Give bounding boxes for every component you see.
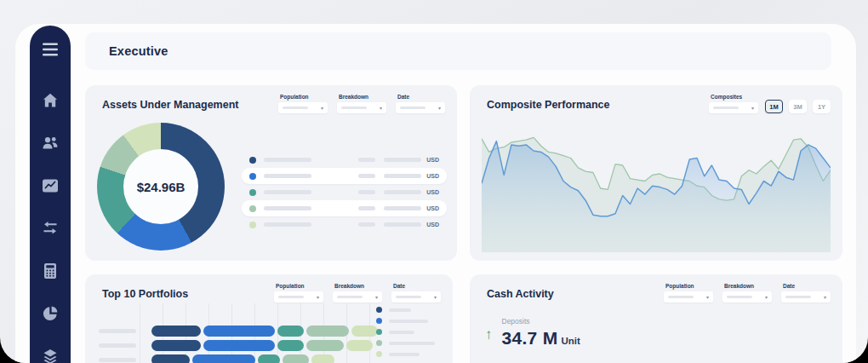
filter-population: Population▾ [278,94,328,113]
legend-row[interactable] [376,307,435,313]
filter-label-date: Date [397,94,445,100]
legend-dot [249,173,256,180]
legend-row[interactable] [376,318,435,324]
line-chart-svg [482,123,831,252]
placeholder-value [358,190,375,194]
bar-segment [306,340,344,351]
bar-segment [283,354,309,363]
filter-label-population: Population [276,283,323,289]
legend-dot [249,189,256,196]
bar-segment [346,340,373,351]
sidebar-item-home[interactable] [42,92,59,109]
range-button-3m[interactable]: 3M [789,100,807,113]
filter-select-breakdown[interactable]: ▾ [337,102,386,113]
bar-segment [203,326,275,337]
placeholder-label [389,320,428,323]
bar-segment [151,354,190,363]
placeholder-label [389,308,411,312]
placeholder-row-label [99,329,136,333]
chart-icon [42,177,59,194]
filter-date: Date▾ [781,283,831,302]
range-button-1y[interactable]: 1Y [813,100,831,113]
filter-label-population: Population [280,94,328,100]
legend-dot [376,318,382,324]
sidebar-item-calculator[interactable] [42,262,59,279]
legend-row[interactable] [376,329,435,335]
placeholder-value [668,296,694,298]
placeholder-value [384,222,421,227]
legend-dot [249,157,256,164]
currency-label: USD [426,189,439,195]
sidebar-item-users[interactable] [42,135,59,152]
sidebar-nav [30,26,71,363]
pie-icon [42,305,59,322]
legend-row[interactable]: USD [242,184,447,200]
sidebar-item-pie[interactable] [42,305,59,322]
placeholder-label [264,174,311,178]
card-top10-portfolios: Top 10 Portfolios Population▾Breakdown▾D… [85,274,453,363]
placeholder-value [400,107,425,109]
filter-group-aum: Population▾Breakdown▾Date▾ [278,94,445,113]
filter-select-population[interactable]: ▾ [278,102,328,113]
sidebar-item-menu[interactable] [41,41,60,58]
sidebar-item-transfers[interactable] [42,220,59,237]
up-arrow-icon: ↑ [485,326,493,349]
card-title-aum: Assets Under Management [102,99,238,111]
placeholder-value [727,296,752,298]
aum-legend: USDUSDUSDUSDUSD [242,152,447,233]
aum-donut-chart[interactable]: $24.96B [97,123,225,251]
card-title-portfolios: Top 10 Portfolios [102,288,188,300]
filter-label-breakdown: Breakdown [724,283,772,289]
range-button-1m[interactable]: 1M [765,100,783,113]
sidebar-item-chart[interactable] [42,177,59,194]
layers-icon [42,348,59,363]
filter-breakdown: Breakdown▾ [722,283,772,302]
chevron-down-icon: ▾ [317,295,319,300]
chevron-down-icon: ▾ [751,106,754,111]
legend-row[interactable] [376,340,435,346]
stacked-bar[interactable] [151,340,373,351]
bar-segment [277,340,304,351]
card-title-composite: Composite Performance [487,99,609,111]
placeholder-value [785,296,811,298]
legend-row[interactable]: USD [242,216,447,233]
filter-select-date[interactable]: ▾ [781,291,831,302]
legend-row[interactable]: USD [242,168,447,184]
stacked-bar[interactable] [151,354,334,363]
chevron-down-icon: ▾ [321,106,323,111]
placeholder-row-label [99,343,136,348]
placeholder-value [358,222,375,227]
filter-population: Population▾ [664,283,713,302]
sidebar-item-layers[interactable] [42,348,59,363]
legend-row[interactable]: USD [242,152,447,168]
chevron-down-icon: ▾ [438,106,441,111]
filter-select-breakdown[interactable]: ▾ [333,291,382,302]
placeholder-value [358,206,375,210]
filter-select-breakdown[interactable]: ▾ [722,291,772,302]
placeholder-label [389,342,435,345]
placeholder-value [713,107,739,109]
donut-hole: $24.96B [123,149,198,224]
composite-line-chart[interactable] [482,123,831,252]
filter-select-population[interactable]: ▾ [274,291,323,302]
filter-select-date[interactable]: ▾ [391,291,441,302]
stacked-bar[interactable] [151,326,378,337]
legend-dot [249,222,256,228]
users-icon [42,135,59,152]
bar-segment [151,326,201,337]
bar-segment [203,340,275,351]
placeholder-value [358,174,375,178]
bar-segment [306,326,349,337]
placeholder-value [384,174,421,178]
chevron-down-icon: ▾ [434,295,437,300]
legend-row[interactable] [376,351,435,357]
transfers-icon [42,220,59,237]
legend-dot [376,351,382,357]
filter-select-composites[interactable]: ▾ [709,102,758,113]
portfolio-bar-row [99,326,378,337]
placeholder-value [337,296,363,298]
filter-group-composite: Composites▾ [709,94,758,113]
legend-row[interactable]: USD [242,200,447,216]
filter-select-date[interactable]: ▾ [396,102,445,113]
filter-select-population[interactable]: ▾ [664,291,713,302]
